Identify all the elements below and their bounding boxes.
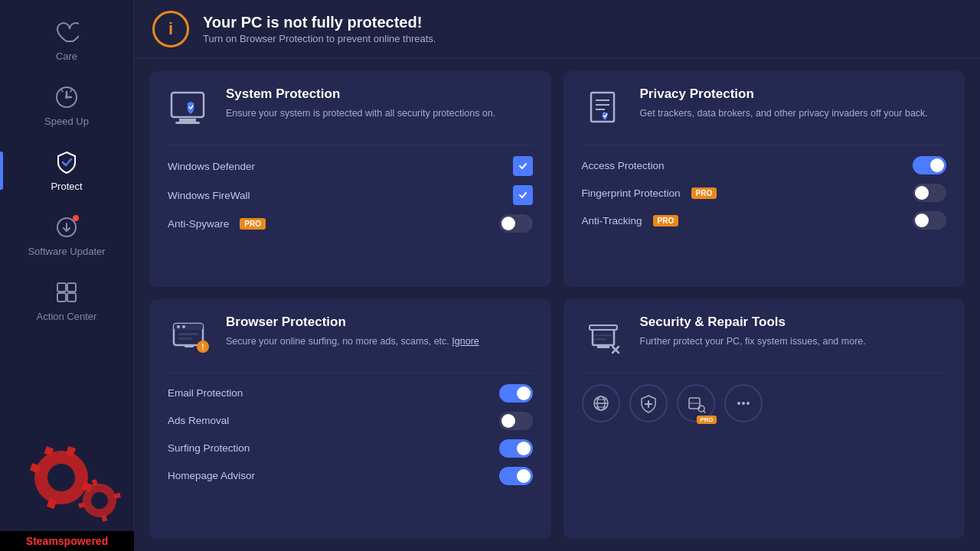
card-security-tools-header: Security & Repair Tools Further protect … bbox=[582, 315, 947, 360]
alert-banner: i Your PC is not fully protected! Turn o… bbox=[134, 0, 980, 59]
svg-rect-37 bbox=[590, 325, 617, 330]
anti-tracking-label: Anti-Tracking PRO bbox=[582, 215, 679, 227]
windows-firewall-check bbox=[513, 185, 533, 205]
svg-rect-38 bbox=[597, 345, 609, 348]
svg-point-30 bbox=[182, 325, 185, 328]
ads-removal-toggle[interactable] bbox=[499, 412, 533, 430]
fingerprint-protection-label: Fingerprint Protection PRO bbox=[582, 187, 717, 199]
steam-gears-decoration bbox=[0, 439, 134, 531]
svg-rect-31 bbox=[178, 333, 198, 335]
fingerprint-protection-row: Fingerprint Protection PRO bbox=[582, 184, 947, 202]
svg-rect-32 bbox=[178, 337, 192, 340]
anti-tracking-toggle[interactable] bbox=[913, 211, 946, 230]
surfing-protection-row: Surfing Protection bbox=[168, 439, 533, 458]
svg-rect-22 bbox=[175, 122, 200, 124]
email-protection-label: Email Protection bbox=[168, 387, 243, 399]
sidebar-item-action-center[interactable]: Action Center bbox=[0, 268, 133, 333]
alert-subtitle: Turn on Browser Protection to prevent on… bbox=[203, 33, 436, 44]
svg-text:!: ! bbox=[201, 343, 204, 351]
anti-spyware-toggle[interactable] bbox=[499, 214, 533, 233]
scan-tool-button[interactable]: PRO bbox=[677, 384, 715, 422]
homepage-advisor-row: Homepage Advisor bbox=[168, 467, 533, 485]
browser-protection-ignore-link[interactable]: Ignore bbox=[452, 336, 479, 347]
anti-spyware-label: Anti-Spyware PRO bbox=[168, 218, 266, 230]
anti-tracking-row: Anti-Tracking PRO bbox=[582, 211, 947, 230]
svg-rect-6 bbox=[67, 293, 76, 302]
sidebar-item-care[interactable]: Care bbox=[0, 8, 133, 73]
ads-removal-label: Ads Removal bbox=[168, 415, 229, 426]
sidebar-item-care-label: Care bbox=[56, 51, 77, 62]
access-protection-row: Access Protection bbox=[582, 156, 947, 174]
card-privacy-protection-header: Privacy Protection Get trackers, data br… bbox=[582, 86, 947, 132]
scan-pro-badge: PRO bbox=[697, 416, 716, 424]
windows-defender-label: Windows Defender bbox=[168, 161, 255, 172]
card-browser-protection-header: ! Browser Protection Secure your online … bbox=[168, 315, 533, 360]
windows-defender-check bbox=[513, 156, 533, 176]
sidebar-item-software-updater[interactable]: Software Updater bbox=[0, 203, 133, 268]
card-security-tools: Security & Repair Tools Further protect … bbox=[564, 299, 965, 540]
steam-overlay: Steamspowered bbox=[0, 531, 134, 551]
svg-rect-23 bbox=[591, 93, 614, 122]
notification-dot bbox=[73, 215, 79, 221]
windows-firewall-row: Windows FireWall bbox=[168, 185, 533, 205]
access-protection-toggle[interactable] bbox=[913, 156, 946, 174]
add-shield-tool-button[interactable] bbox=[629, 384, 668, 422]
fingerprint-pro-badge: PRO bbox=[691, 187, 717, 199]
sidebar-item-protect-label: Protect bbox=[51, 181, 82, 192]
browser-protection-desc: Secure your online surfing, no more ads,… bbox=[226, 334, 479, 349]
system-protection-title: System Protection bbox=[226, 86, 495, 102]
svg-rect-4 bbox=[67, 283, 76, 292]
svg-rect-21 bbox=[179, 119, 196, 122]
sidebar-item-software-updater-label: Software Updater bbox=[28, 246, 105, 257]
browser-protection-title: Browser Protection bbox=[226, 315, 479, 330]
email-protection-toggle[interactable] bbox=[499, 384, 533, 403]
svg-point-54 bbox=[746, 402, 750, 405]
windows-defender-row: Windows Defender bbox=[168, 156, 533, 176]
svg-point-53 bbox=[742, 402, 745, 405]
security-tool-icons: PRO bbox=[582, 384, 947, 422]
speed-up-icon bbox=[53, 83, 80, 111]
privacy-protection-title: Privacy Protection bbox=[640, 86, 928, 102]
windows-firewall-label: Windows FireWall bbox=[168, 190, 250, 201]
alert-icon: i bbox=[152, 11, 189, 47]
more-tools-button[interactable] bbox=[724, 384, 763, 422]
card-browser-protection: ! Browser Protection Secure your online … bbox=[149, 299, 551, 540]
svg-line-51 bbox=[704, 411, 705, 412]
svg-point-1 bbox=[65, 96, 68, 99]
card-system-protection: System Protection Ensure your system is … bbox=[149, 71, 551, 287]
security-tools-icon bbox=[582, 315, 628, 360]
surfing-protection-label: Surfing Protection bbox=[168, 442, 250, 454]
privacy-protection-icon bbox=[582, 86, 628, 132]
sidebar-item-speed-up-label: Speed Up bbox=[44, 116, 89, 127]
access-protection-label: Access Protection bbox=[582, 160, 665, 171]
security-tools-title: Security & Repair Tools bbox=[640, 315, 866, 330]
care-icon bbox=[53, 18, 80, 46]
email-protection-row: Email Protection bbox=[168, 384, 533, 403]
svg-rect-36 bbox=[593, 328, 614, 345]
svg-rect-39 bbox=[594, 334, 612, 337]
network-tool-button[interactable] bbox=[582, 384, 620, 422]
browser-protection-icon: ! bbox=[168, 315, 214, 360]
svg-rect-3 bbox=[57, 283, 66, 292]
svg-rect-33 bbox=[185, 345, 194, 347]
sidebar-item-action-center-label: Action Center bbox=[37, 311, 97, 322]
ads-removal-row: Ads Removal bbox=[168, 412, 533, 430]
surfing-protection-toggle[interactable] bbox=[499, 439, 533, 458]
anti-spyware-pro-badge: PRO bbox=[240, 218, 266, 230]
security-tools-desc: Further protect your PC, fix system issu… bbox=[640, 334, 866, 349]
card-privacy-protection: Privacy Protection Get trackers, data br… bbox=[564, 71, 965, 287]
alert-title: Your PC is not fully protected! bbox=[203, 14, 436, 31]
svg-rect-40 bbox=[594, 338, 606, 341]
privacy-protection-desc: Get trackers, data brokers, and other pr… bbox=[640, 106, 928, 121]
action-center-icon bbox=[53, 279, 80, 306]
sidebar-item-protect[interactable]: Protect bbox=[0, 138, 133, 203]
homepage-advisor-toggle[interactable] bbox=[499, 467, 533, 485]
anti-spyware-row: Anti-Spyware PRO bbox=[168, 214, 533, 233]
sidebar: Care Speed Up Protect bbox=[0, 0, 134, 551]
fingerprint-protection-toggle[interactable] bbox=[913, 184, 946, 202]
protect-icon bbox=[53, 148, 80, 176]
sidebar-item-speed-up[interactable]: Speed Up bbox=[0, 73, 133, 138]
main-content: i Your PC is not fully protected! Turn o… bbox=[134, 0, 980, 551]
steam-label: Steamspowered bbox=[26, 535, 108, 547]
homepage-advisor-label: Homepage Advisor bbox=[168, 470, 255, 481]
